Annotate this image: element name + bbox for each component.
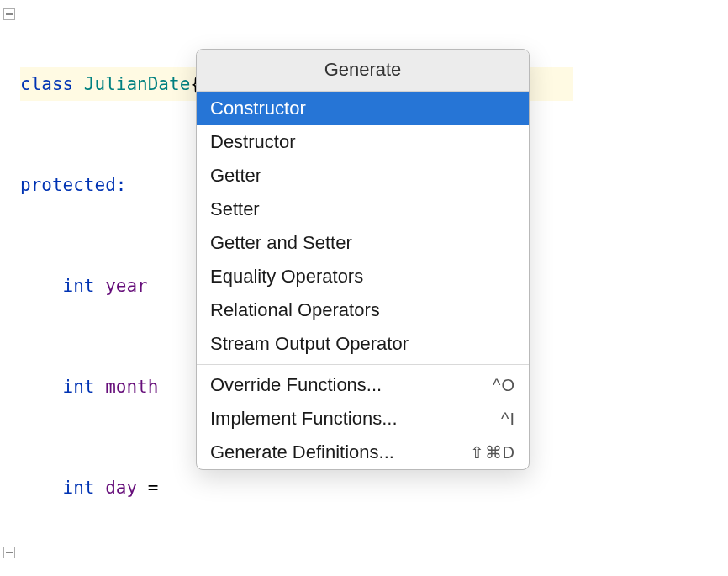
menu-item-generate-definitions[interactable]: Generate Definitions... ⇧⌘D [197,436,529,469]
menu-item-relational-operators[interactable]: Relational Operators [197,293,529,327]
menu-item-label: Relational Operators [210,299,380,321]
keyword: protected: [20,175,126,195]
keyword: int [63,276,95,296]
menu-shortcut: ^I [501,410,515,429]
code-line: int day = [20,471,573,505]
menu-item-constructor[interactable]: Constructor [197,92,529,125]
menu-item-label: Equality Operators [210,266,363,288]
menu-item-label: Destructor [210,131,295,153]
editor-gutter [0,0,18,576]
menu-item-label: Constructor [210,98,306,119]
popup-title: Generate [197,50,529,92]
generate-popup: Generate Constructor Destructor Getter S… [196,49,530,470]
menu-separator [197,364,529,365]
keyword: int [63,478,95,498]
menu-item-getter[interactable]: Getter [197,159,529,193]
keyword: class [20,74,84,94]
fold-icon[interactable] [3,547,15,558]
menu-item-label: Stream Output Operator [210,333,409,355]
menu-item-stream-output-operator[interactable]: Stream Output Operator [197,327,529,361]
menu-item-label: Override Functions... [210,374,382,396]
menu-item-label: Implement Functions... [210,408,398,430]
menu-item-implement-functions[interactable]: Implement Functions... ^I [197,402,529,436]
menu-item-destructor[interactable]: Destructor [197,125,529,159]
code-line [20,572,573,576]
menu-item-getter-and-setter[interactable]: Getter and Setter [197,226,529,260]
variable: day [105,478,137,498]
menu-item-label: Getter and Setter [210,232,352,254]
menu-shortcut: ^O [493,376,515,395]
menu-item-label: Getter [210,165,261,187]
menu-item-label: Setter [210,198,260,220]
fold-icon[interactable] [3,8,15,20]
class-name: JulianDate [84,74,190,94]
variable: year [105,276,148,296]
menu-item-override-functions[interactable]: Override Functions... ^O [197,368,529,402]
variable: month [105,377,158,397]
menu-item-setter[interactable]: Setter [197,193,529,226]
menu-item-equality-operators[interactable]: Equality Operators [197,260,529,293]
menu-shortcut: ⇧⌘D [470,442,515,462]
keyword: int [63,377,95,397]
menu-item-label: Generate Definitions... [210,441,394,463]
